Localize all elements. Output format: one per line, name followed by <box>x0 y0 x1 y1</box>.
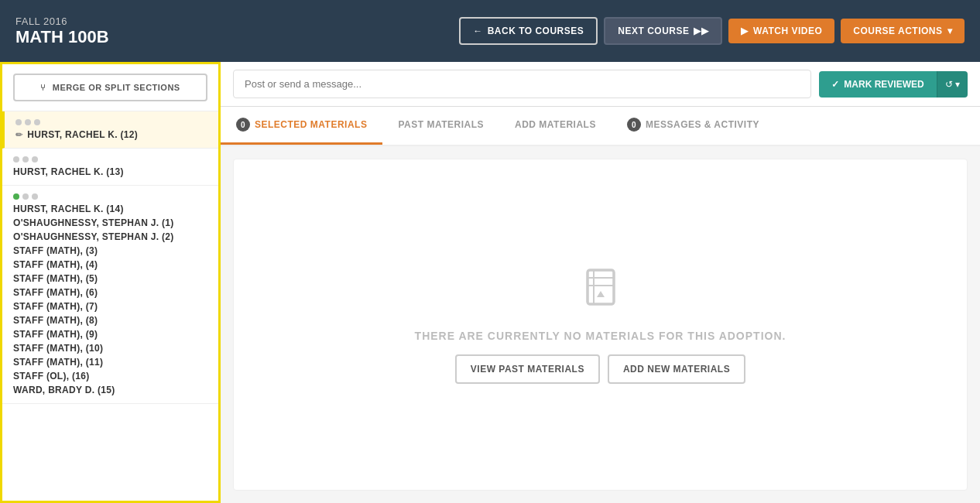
section-item-1[interactable]: ✏ HURST, RACHEL K. (12) <box>2 111 218 149</box>
semester-label: FALL 2016 <box>15 15 109 27</box>
dot-3 <box>34 119 40 125</box>
multi-name-11: STAFF (MATH), (11) <box>13 357 207 368</box>
multi-name-13: WARD, BRADY D. (15) <box>13 385 207 395</box>
tab-past-materials[interactable]: PAST MATERIALS <box>382 107 499 145</box>
multi-name-0: HURST, RACHEL K. (14) <box>13 204 207 214</box>
course-title: MATH 100B <box>15 27 109 47</box>
multi-name-6: STAFF (MATH), (6) <box>13 287 207 298</box>
back-to-courses-button[interactable]: ← BACK TO COURSES <box>459 17 598 45</box>
section-item-2[interactable]: HURST, RACHEL K. (13) <box>2 149 218 186</box>
course-actions-button[interactable]: COURSE ACTIONS ▾ <box>841 19 965 43</box>
multi-name-9: STAFF (MATH), (9) <box>13 329 207 340</box>
next-course-button[interactable]: NEXT COURSE ▶▶ <box>604 17 722 45</box>
tab-messages-activity[interactable]: 0 MESSAGES & ACTIVITY <box>612 107 775 145</box>
check-icon: ✓ <box>831 79 839 90</box>
header-left: FALL 2016 MATH 100B <box>15 15 109 47</box>
dot-green <box>13 193 19 200</box>
multi-name-5: STAFF (MATH), (5) <box>13 273 207 284</box>
mark-reviewed-button[interactable]: ✓ MARK REVIEWED <box>819 71 936 98</box>
selected-materials-badge: 0 <box>236 118 250 132</box>
section-item-3[interactable]: HURST, RACHEL K. (14) O'SHAUGHNESSY, STE… <box>2 186 218 404</box>
dot-8 <box>32 193 38 200</box>
main-layout: ⑂ MERGE OR SPLIT SECTIONS ✏ HURST, RACHE… <box>0 62 980 503</box>
next-arrow-icon: ▶▶ <box>694 26 708 36</box>
section-dots-2 <box>13 156 207 163</box>
multi-name-7: STAFF (MATH), (7) <box>13 301 207 312</box>
video-icon: ▶ <box>741 26 749 36</box>
add-new-materials-button[interactable]: ADD NEW MATERIALS <box>608 354 745 384</box>
view-past-materials-button[interactable]: VIEW PAST MATERIALS <box>455 354 600 384</box>
reviewed-group: ✓ MARK REVIEWED ↺ ▾ <box>819 71 968 98</box>
multi-name-1: O'SHAUGHNESSY, STEPHAN J. (1) <box>13 217 207 228</box>
multi-name-8: STAFF (MATH), (8) <box>13 315 207 326</box>
dropdown-caret-icon: ↺ ▾ <box>945 79 960 90</box>
section-name-1: ✏ HURST, RACHEL K. (12) <box>15 129 207 140</box>
dot-4 <box>13 156 19 163</box>
caret-down-icon: ▾ <box>947 26 953 36</box>
dot-1 <box>15 119 22 125</box>
merge-btn-wrapper: ⑂ MERGE OR SPLIT SECTIONS <box>2 64 218 111</box>
dot-5 <box>22 156 29 163</box>
dot-2 <box>25 119 31 125</box>
merge-icon: ⑂ <box>40 83 46 92</box>
empty-state: THERE ARE CURRENTLY NO MATERIALS FOR THI… <box>233 159 968 491</box>
section-name-2: HURST, RACHEL K. (13) <box>13 166 207 177</box>
empty-text: THERE ARE CURRENTLY NO MATERIALS FOR THI… <box>415 330 786 342</box>
back-arrow-icon: ← <box>473 26 483 36</box>
message-input[interactable] <box>233 70 811 98</box>
dot-6 <box>32 156 38 163</box>
edit-icon-1: ✏ <box>15 130 22 140</box>
content-area: ✓ MARK REVIEWED ↺ ▾ 0 SELECTED MATERIALS… <box>221 62 980 503</box>
reviewed-dropdown-button[interactable]: ↺ ▾ <box>937 71 968 98</box>
svg-rect-1 <box>588 270 614 304</box>
header: FALL 2016 MATH 100B ← BACK TO COURSES NE… <box>0 0 980 62</box>
multi-name-10: STAFF (MATH), (10) <box>13 343 207 354</box>
multi-section-names: HURST, RACHEL K. (14) O'SHAUGHNESSY, STE… <box>13 204 207 395</box>
sidebar: ⑂ MERGE OR SPLIT SECTIONS ✏ HURST, RACHE… <box>0 62 221 503</box>
multi-name-12: STAFF (OL), (16) <box>13 371 207 382</box>
tabs-bar: 0 SELECTED MATERIALS PAST MATERIALS ADD … <box>221 107 980 146</box>
empty-book-icon <box>581 266 620 317</box>
tab-add-materials[interactable]: ADD MATERIALS <box>499 107 612 145</box>
dot-7 <box>22 193 29 200</box>
multi-name-2: O'SHAUGHNESSY, STEPHAN J. (2) <box>13 231 207 242</box>
multi-name-3: STAFF (MATH), (3) <box>13 245 207 256</box>
messages-badge: 0 <box>627 118 641 132</box>
multi-name-4: STAFF (MATH), (4) <box>13 259 207 270</box>
section-dots-3 <box>13 193 207 200</box>
watch-video-button[interactable]: ▶ WATCH VIDEO <box>728 19 834 43</box>
tab-selected-materials[interactable]: 0 SELECTED MATERIALS <box>221 107 382 145</box>
message-bar: ✓ MARK REVIEWED ↺ ▾ <box>221 62 980 107</box>
merge-split-button[interactable]: ⑂ MERGE OR SPLIT SECTIONS <box>13 74 207 101</box>
empty-actions: VIEW PAST MATERIALS ADD NEW MATERIALS <box>455 354 745 384</box>
section-dots-1 <box>15 119 207 125</box>
svg-rect-0 <box>588 270 614 304</box>
header-right: ← BACK TO COURSES NEXT COURSE ▶▶ ▶ WATCH… <box>459 17 965 45</box>
